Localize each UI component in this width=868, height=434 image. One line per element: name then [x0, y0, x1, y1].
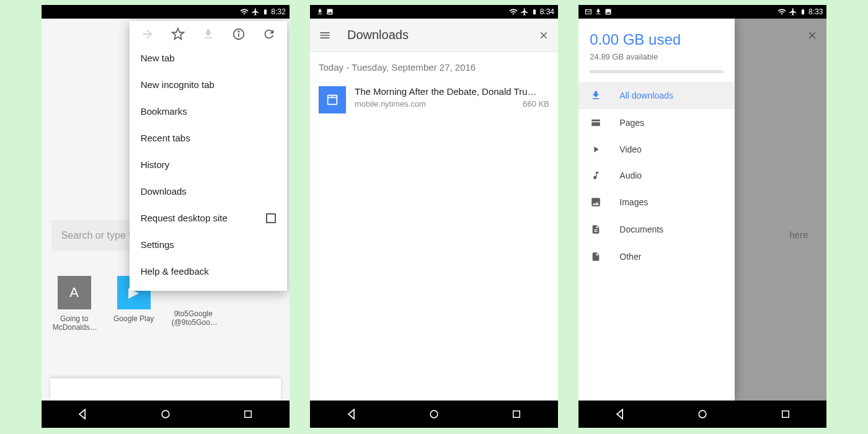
svg-rect-4 [245, 411, 252, 418]
status-bar: 8:33 [578, 5, 826, 19]
storage-available: 24.89 GB available [590, 52, 724, 61]
battery-icon [800, 7, 806, 16]
desktop-checkbox[interactable] [266, 213, 276, 223]
nav-recents[interactable] [779, 407, 792, 421]
svg-point-2 [238, 31, 239, 32]
audio-icon [590, 170, 602, 180]
menu-help-feedback[interactable]: Help & feedback [130, 258, 287, 285]
menu-new-incognito[interactable]: New incognito tab [130, 71, 287, 98]
battery-icon [531, 7, 538, 16]
download-item[interactable]: The Morning After the Debate, Donald Tru… [310, 80, 558, 120]
gmail-notif-icon [585, 8, 592, 16]
status-time: 8:33 [808, 7, 823, 16]
phone-chrome-menu: 8:32 ~ ~ * Search or type URL A Going to… [42, 5, 290, 428]
image-icon [590, 197, 602, 208]
download-icon [590, 90, 602, 101]
image-notif-icon [604, 8, 612, 16]
download-notif-icon [595, 8, 602, 16]
status-time: 8:34 [540, 7, 554, 16]
page-icon [590, 117, 602, 128]
page-thumb-icon [319, 86, 346, 113]
tile-label: Google Play [112, 314, 156, 323]
filter-documents[interactable]: Documents [578, 216, 735, 243]
downloads-drawer: 0.00 GB used 24.89 GB available All down… [578, 19, 735, 401]
tile-icon-letter: A [58, 276, 91, 309]
image-notif-icon [326, 8, 334, 16]
storage-meter [590, 70, 724, 73]
menu-settings[interactable]: Settings [130, 231, 287, 258]
airplane-icon [789, 7, 797, 16]
download-title: The Morning After the Debate, Donald Tru… [355, 86, 549, 97]
nav-recents[interactable] [510, 407, 523, 421]
filter-other[interactable]: Other [578, 243, 735, 270]
downloads-header: Downloads [310, 19, 558, 52]
close-icon[interactable] [538, 30, 549, 41]
menu-request-desktop[interactable]: Request desktop site [130, 205, 287, 231]
nav-back[interactable] [76, 407, 89, 421]
wifi-icon [509, 7, 518, 16]
svg-point-8 [699, 410, 706, 418]
nav-back[interactable] [613, 407, 627, 421]
chrome-ntp-screen: ~ ~ * Search or type URL A Going to McDo… [42, 19, 290, 401]
download-size: 660 KB [523, 99, 549, 108]
video-icon [590, 144, 602, 154]
svg-point-3 [162, 410, 169, 418]
downloads-screen: Downloads Today - Tuesday, September 27,… [310, 19, 558, 401]
filter-audio[interactable]: Audio [578, 162, 735, 188]
download-notif-icon [316, 8, 324, 16]
menu-history[interactable]: History [130, 151, 287, 178]
status-bar: 8:34 [310, 5, 558, 19]
info-icon[interactable] [232, 27, 246, 41]
tile-label: Going to McDonalds… [53, 314, 96, 332]
tile-label: 9to5Google (@9to5Goo… [172, 309, 215, 327]
bottom-card [50, 378, 281, 401]
status-time: 8:32 [271, 7, 285, 16]
nav-home[interactable] [696, 407, 709, 421]
phone-downloads-drawer: 8:33 here 0.00 GB used 24.89 GB availabl… [578, 5, 826, 428]
airplane-icon [520, 7, 529, 16]
menu-recent-tabs[interactable]: Recent tabs [130, 125, 287, 151]
svg-point-5 [430, 410, 438, 418]
filter-images[interactable]: Images [578, 188, 735, 216]
status-bar: 8:32 [42, 5, 290, 19]
file-icon [590, 251, 602, 262]
storage-used: 0.00 GB used [590, 31, 724, 48]
wifi-icon [777, 7, 786, 16]
refresh-icon[interactable] [262, 27, 276, 41]
nav-home[interactable] [159, 407, 172, 421]
nav-home[interactable] [427, 407, 441, 421]
document-icon [590, 224, 602, 235]
overflow-menu: New tab New incognito tab Bookmarks Rece… [130, 21, 287, 291]
filter-all-downloads[interactable]: All downloads [578, 82, 735, 109]
date-header: Today - Tuesday, September 27, 2016 [310, 52, 558, 80]
filter-pages[interactable]: Pages [578, 109, 735, 136]
svg-rect-9 [782, 411, 789, 418]
phone-downloads-list: 8:34 Downloads Today - Tuesday, Septembe… [310, 5, 558, 428]
star-icon[interactable] [171, 27, 185, 41]
battery-icon [262, 7, 268, 16]
svg-rect-6 [513, 411, 520, 418]
download-host: mobile.nytimes.com [355, 99, 426, 108]
nav-back[interactable] [345, 407, 358, 421]
nav-recents[interactable] [241, 407, 255, 421]
airplane-icon [251, 7, 260, 16]
filter-video[interactable]: Video [578, 136, 735, 162]
downloads-drawer-screen: here 0.00 GB used 24.89 GB available All… [578, 19, 826, 401]
tile-mcdonalds[interactable]: A Going to McDonalds… [53, 276, 96, 332]
hamburger-icon[interactable] [319, 29, 331, 42]
forward-icon [141, 27, 154, 41]
android-navbar [310, 401, 558, 428]
menu-downloads[interactable]: Downloads [130, 178, 287, 205]
page-title: Downloads [347, 28, 409, 42]
menu-new-tab[interactable]: New tab [130, 45, 287, 71]
android-navbar [42, 401, 290, 428]
wifi-icon [240, 7, 249, 16]
download-icon [202, 27, 215, 41]
android-navbar [578, 401, 826, 428]
menu-bookmarks[interactable]: Bookmarks [130, 98, 287, 125]
